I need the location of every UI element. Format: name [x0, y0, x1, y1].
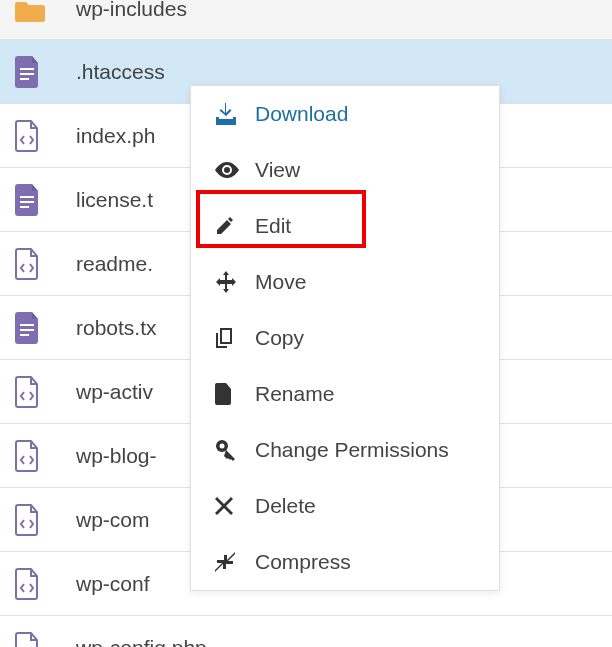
- code-file-icon: [10, 568, 58, 600]
- folder-icon: [10, 0, 58, 24]
- svg-rect-3: [20, 196, 34, 198]
- file-name: wp-activ: [58, 380, 153, 404]
- pencil-icon: [215, 216, 247, 236]
- file-icon: [215, 383, 247, 405]
- file-name: wp-blog-: [58, 444, 157, 468]
- key-icon: [215, 439, 247, 461]
- menu-download[interactable]: Download: [191, 86, 499, 142]
- download-icon: [215, 103, 247, 125]
- file-name: license.t: [58, 188, 153, 212]
- menu-edit[interactable]: Edit: [191, 198, 499, 254]
- code-file-icon: [10, 120, 58, 152]
- file-name: index.ph: [58, 124, 155, 148]
- menu-label: Copy: [247, 326, 304, 350]
- file-name: wp-config.php: [58, 636, 207, 647]
- menu-label: View: [247, 158, 300, 182]
- context-menu: Download View Edit Move Copy Rename: [190, 85, 500, 591]
- menu-view[interactable]: View: [191, 142, 499, 198]
- svg-point-13: [220, 444, 225, 449]
- file-row[interactable]: wp-includes: [0, 0, 612, 40]
- code-file-icon: [10, 248, 58, 280]
- file-name: robots.tx: [58, 316, 157, 340]
- menu-rename[interactable]: Rename: [191, 366, 499, 422]
- menu-label: Move: [247, 270, 306, 294]
- svg-rect-1: [20, 73, 34, 75]
- code-file-icon: [10, 376, 58, 408]
- svg-rect-11: [233, 117, 236, 123]
- menu-label: Edit: [247, 214, 291, 238]
- menu-delete[interactable]: Delete: [191, 478, 499, 534]
- svg-rect-7: [20, 329, 34, 331]
- file-name: wp-com: [58, 508, 150, 532]
- code-file-icon: [10, 504, 58, 536]
- copy-icon: [215, 327, 247, 349]
- svg-rect-6: [20, 324, 34, 326]
- file-name: wp-conf: [58, 572, 150, 596]
- file-name: .htaccess: [58, 60, 165, 84]
- svg-rect-10: [216, 117, 219, 123]
- menu-label: Rename: [247, 382, 334, 406]
- menu-move[interactable]: Move: [191, 254, 499, 310]
- svg-rect-8: [20, 334, 29, 336]
- compress-icon: [215, 552, 247, 572]
- code-file-icon: [10, 632, 58, 647]
- menu-permissions[interactable]: Change Permissions: [191, 422, 499, 478]
- menu-label: Change Permissions: [247, 438, 449, 462]
- svg-rect-4: [20, 201, 34, 203]
- file-name: readme.: [58, 252, 153, 276]
- menu-label: Delete: [247, 494, 316, 518]
- text-file-icon: [10, 56, 58, 88]
- move-icon: [215, 271, 247, 293]
- menu-compress[interactable]: Compress: [191, 534, 499, 590]
- code-file-icon: [10, 440, 58, 472]
- text-file-icon: [10, 184, 58, 216]
- eye-icon: [215, 162, 247, 178]
- file-name: wp-includes: [58, 0, 187, 19]
- text-file-icon: [10, 312, 58, 344]
- menu-label: Download: [247, 102, 348, 126]
- delete-icon: [215, 497, 247, 515]
- svg-rect-2: [20, 78, 29, 80]
- svg-rect-5: [20, 206, 29, 208]
- menu-label: Compress: [247, 550, 351, 574]
- menu-copy[interactable]: Copy: [191, 310, 499, 366]
- svg-rect-0: [20, 68, 34, 70]
- file-row[interactable]: wp-config.php: [0, 616, 612, 647]
